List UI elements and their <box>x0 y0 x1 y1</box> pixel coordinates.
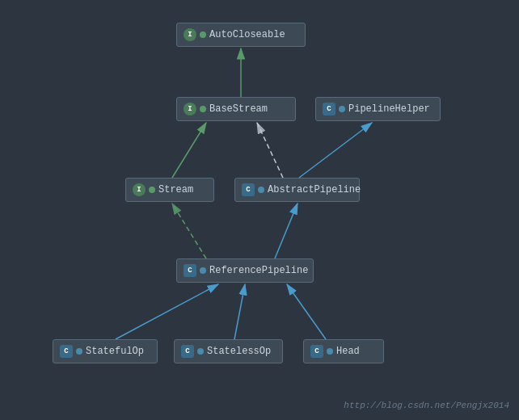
dot-statelessop <box>197 348 204 355</box>
node-statelessop: C StatelessOp <box>174 339 283 363</box>
dot-referencepipeline <box>200 267 206 274</box>
label-referencepipeline: ReferencePipeline <box>209 265 308 276</box>
line-referencepipeline-stream <box>172 204 206 258</box>
line-abstractpipeline-pipelinehelper <box>299 123 372 178</box>
label-pipelinehelper: PipelineHelper <box>348 103 430 115</box>
icon-stream: I <box>133 183 146 196</box>
node-head: C Head <box>303 339 384 363</box>
line-referencepipeline-abstractpipeline <box>275 204 297 258</box>
line-statefulop-referencepipeline <box>116 284 218 339</box>
line-head-referencepipeline <box>287 284 326 339</box>
icon-statefulop: C <box>60 345 73 358</box>
icon-pipelinehelper: C <box>323 103 335 116</box>
label-head: Head <box>336 346 360 357</box>
dot-head <box>327 348 333 355</box>
icon-statelessop: C <box>181 345 194 358</box>
dot-basestream <box>200 106 206 112</box>
dot-stream <box>149 187 155 193</box>
dot-pipelinehelper <box>339 106 345 112</box>
node-statefulop: C StatefulOp <box>53 339 158 363</box>
label-basestream: BaseStream <box>209 103 268 115</box>
diagram: I AutoCloseable I BaseStream C PipelineH… <box>0 0 519 420</box>
label-autocloseable: AutoCloseable <box>209 29 285 40</box>
icon-head: C <box>310 345 323 358</box>
dot-abstractpipeline <box>258 187 264 193</box>
node-autocloseable: I AutoCloseable <box>176 23 306 47</box>
icon-autocloseable: I <box>184 28 196 41</box>
node-abstractpipeline: C AbstractPipeline <box>234 178 360 202</box>
icon-basestream: I <box>184 103 196 116</box>
label-statefulop: StatefulOp <box>86 346 144 357</box>
node-pipelinehelper: C PipelineHelper <box>315 97 441 121</box>
dot-autocloseable <box>200 32 206 38</box>
node-referencepipeline: C ReferencePipeline <box>176 258 314 283</box>
label-abstractpipeline: AbstractPipeline <box>268 184 361 195</box>
icon-abstractpipeline: C <box>242 183 255 196</box>
node-basestream: I BaseStream <box>176 97 296 121</box>
label-statelessop: StatelessOp <box>207 346 271 357</box>
line-stream-basestream <box>172 123 206 178</box>
watermark: http://blog.csdn.net/Pengjx2014 <box>344 401 509 410</box>
node-stream: I Stream <box>125 178 214 202</box>
icon-referencepipeline: C <box>184 264 196 277</box>
dot-statefulop <box>76 348 82 355</box>
line-abstractpipeline-basestream <box>257 123 283 178</box>
line-statelessop-referencepipeline <box>234 284 245 339</box>
label-stream: Stream <box>158 184 193 195</box>
